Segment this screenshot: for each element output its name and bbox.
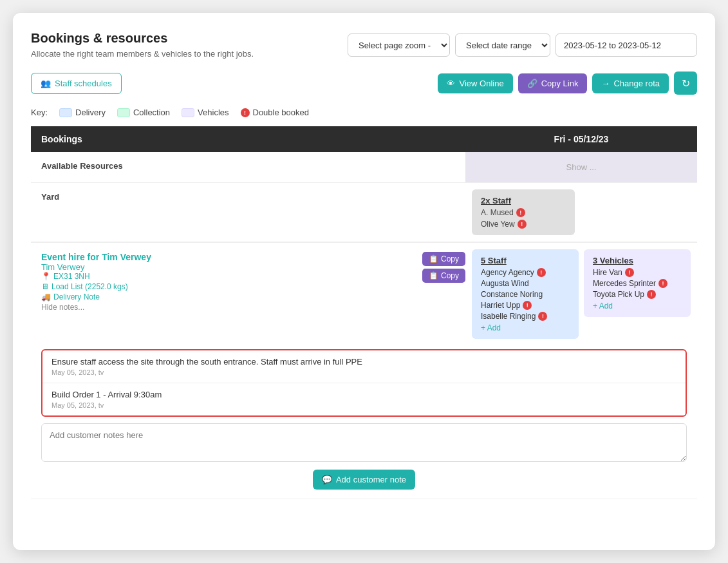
yard-staff-1: Olive Yew ! xyxy=(481,220,566,229)
key-double-booked: ! Double booked xyxy=(241,108,309,117)
copy-link-button[interactable]: 🔗 Copy Link xyxy=(518,73,588,93)
note-1: Build Order 1 - Arrival 9:30am May 05, 2… xyxy=(42,383,686,415)
vehicle-0: Hire Van ! xyxy=(593,268,682,277)
booking-delivery[interactable]: 🚚 Delivery Note xyxy=(41,292,412,301)
collection-swatch xyxy=(117,108,130,117)
location-pin-icon: 📍 xyxy=(41,272,51,281)
page-title: Bookings & resources xyxy=(31,31,254,46)
customer-note-textarea[interactable] xyxy=(41,423,687,462)
table-header: Bookings Fri - 05/12/23 xyxy=(31,126,697,152)
vehicle-2-alert: ! xyxy=(647,290,656,299)
yard-staff-1-alert: ! xyxy=(518,220,527,229)
vehicle-card: 3 Vehicles Hire Van ! Mercedes Sprinter … xyxy=(584,249,691,317)
staff-icon: 👥 xyxy=(41,79,51,88)
staff-card: 5 Staff Agency Agency ! Augusta Wind Con… xyxy=(472,249,579,339)
double-booked-label: Double booked xyxy=(253,108,309,117)
yard-right: 2x Staff A. Mused ! Olive Yew ! xyxy=(465,183,697,242)
booking-client-name: Tim Verwey xyxy=(41,262,412,272)
copy-icon-0: 📋 xyxy=(429,254,438,263)
date-range-select[interactable]: Select date range xyxy=(455,33,550,57)
delivery-swatch xyxy=(59,108,72,117)
notes-box: Ensure staff access the site through the… xyxy=(41,349,687,417)
copy-icon-1: 📋 xyxy=(429,271,438,280)
booking-right: 5 Staff Agency Agency ! Augusta Wind Con… xyxy=(465,243,697,345)
booking-load[interactable]: 🖥 Load List (2252.0 kgs) xyxy=(41,282,412,291)
staff-schedules-button[interactable]: 👥 Staff schedules xyxy=(31,73,122,94)
staff-member-1: Augusta Wind xyxy=(481,279,570,288)
vehicle-0-alert: ! xyxy=(625,268,634,277)
load-icon: 🖥 xyxy=(41,282,49,291)
available-resources-row: Available Resources Show ... xyxy=(31,152,697,183)
vehicle-count: 3 Vehicles xyxy=(593,256,682,265)
view-online-button[interactable]: 👁 View Online xyxy=(438,73,512,93)
bookings-header: Bookings xyxy=(31,126,465,152)
refresh-icon: ↻ xyxy=(682,77,690,90)
staff-member-0: Agency Agency ! xyxy=(481,268,570,277)
vehicles-label: Vehicles xyxy=(198,108,229,117)
hide-notes[interactable]: Hide notes... xyxy=(41,303,412,312)
show-text: Show ... xyxy=(566,162,597,172)
yard-label: Yard xyxy=(31,183,465,242)
eye-icon: 👁 xyxy=(447,79,455,88)
date-range-input[interactable] xyxy=(555,33,697,57)
arrow-icon: → xyxy=(601,79,610,88)
available-resources-label: Available Resources xyxy=(31,152,465,182)
link-icon: 🔗 xyxy=(527,79,537,88)
available-resources-right: Show ... xyxy=(465,152,697,182)
chat-icon: 💬 xyxy=(322,475,332,484)
yard-row: Yard 2x Staff A. Mused ! Olive Yew ! xyxy=(31,183,697,242)
copy-btn-1[interactable]: 📋 Copy xyxy=(422,269,465,283)
double-booked-icon: ! xyxy=(241,108,250,117)
collection-label: Collection xyxy=(133,108,170,117)
change-rota-button[interactable]: → Change rota xyxy=(592,73,669,93)
vehicle-1-alert: ! xyxy=(658,279,667,288)
note-0-text: Ensure staff access the site through the… xyxy=(51,357,677,367)
note-0: Ensure staff access the site through the… xyxy=(42,350,686,383)
vehicle-1: Mercedes Sprinter ! xyxy=(593,279,682,288)
note-1-text: Build Order 1 - Arrival 9:30am xyxy=(51,390,677,399)
date-header: Fri - 05/12/23 xyxy=(465,126,697,152)
yard-staff-count: 2x Staff xyxy=(481,196,566,205)
staff-member-4: Isabelle Ringing ! xyxy=(481,312,570,321)
truck-icon: 🚚 xyxy=(41,292,51,301)
yard-staff-0: A. Mused ! xyxy=(481,208,566,217)
note-0-meta: May 05, 2023, tv xyxy=(51,368,677,376)
booking-location: 📍 EX31 3NH xyxy=(41,272,412,281)
key-delivery: Delivery xyxy=(59,108,106,117)
staff-add-link[interactable]: + Add xyxy=(481,323,570,332)
customer-note-area xyxy=(41,423,687,464)
booking-info: Event hire for Tim Verwey Tim Verwey 📍 E… xyxy=(31,243,422,316)
staff-member-3: Harriet Upp ! xyxy=(481,301,570,310)
yard-card: 2x Staff A. Mused ! Olive Yew ! xyxy=(472,189,575,235)
key-vehicles: Vehicles xyxy=(182,108,229,117)
vehicle-add-link[interactable]: + Add xyxy=(593,301,682,310)
key-label: Key: xyxy=(31,108,48,117)
page-zoom-select[interactable]: Select page zoom - xyxy=(348,33,450,57)
key-collection: Collection xyxy=(117,108,170,117)
page-subtitle: Allocate the right team members & vehicl… xyxy=(31,48,254,60)
staff-0-alert: ! xyxy=(537,268,546,277)
vehicle-2: Toyota Pick Up ! xyxy=(593,290,682,299)
staff-4-alert: ! xyxy=(538,312,547,321)
booking-section: Event hire for Tim Verwey Tim Verwey 📍 E… xyxy=(31,243,697,499)
booking-title[interactable]: Event hire for Tim Verwey xyxy=(41,252,412,262)
refresh-button[interactable]: ↻ xyxy=(674,72,697,95)
staff-count: 5 Staff xyxy=(481,256,570,265)
staff-3-alert: ! xyxy=(523,301,532,310)
delivery-label: Delivery xyxy=(75,108,106,117)
staff-member-2: Constance Noring xyxy=(481,290,570,299)
note-1-meta: May 05, 2023, tv xyxy=(51,401,677,409)
add-customer-note-button[interactable]: 💬 Add customer note xyxy=(313,470,415,490)
vehicles-swatch xyxy=(182,108,194,117)
yard-staff-0-alert: ! xyxy=(516,208,525,217)
copy-btn-0[interactable]: 📋 Copy xyxy=(422,252,465,266)
booking-left: Event hire for Tim Verwey Tim Verwey 📍 E… xyxy=(31,243,422,345)
